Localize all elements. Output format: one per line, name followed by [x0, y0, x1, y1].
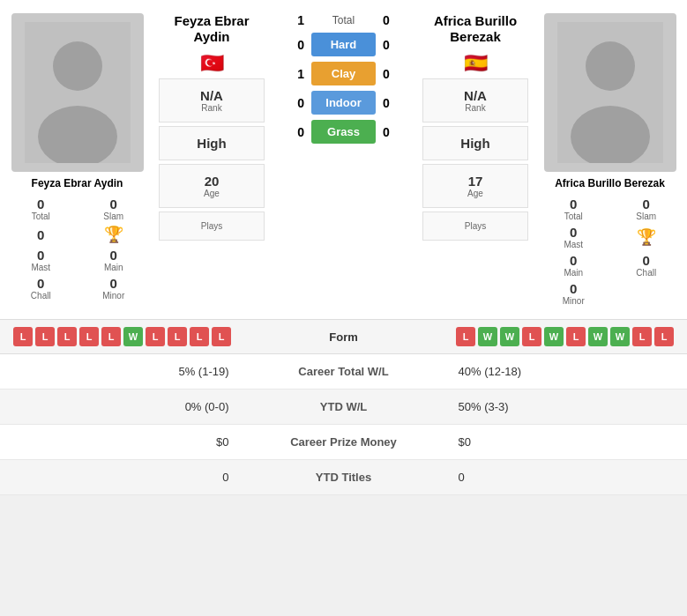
player2-minor-label: Minor	[563, 296, 585, 306]
ytd-wl-right: 50% (3-3)	[441, 400, 675, 413]
form-badge-p2: W	[478, 327, 497, 346]
ytd-wl-left: 0% (0-0)	[13, 400, 247, 413]
form-badge-p1: L	[190, 327, 209, 346]
player2-main-value: 0	[570, 253, 577, 268]
player1-minor-value: 0	[110, 276, 117, 291]
player1-slam-value: 0	[110, 197, 117, 212]
player2-age-block: 17 Age	[422, 164, 528, 208]
ytd-wl-label: YTD W/L	[247, 400, 441, 413]
player2-flag: 🇪🇸	[464, 52, 488, 75]
main-container: Feyza Ebrar Aydin 0 Total 0 Slam 0 🏆 0	[0, 0, 687, 495]
prize-row: $0 Career Prize Money $0	[0, 425, 687, 460]
clay-score-row: 1 Clay 0	[278, 62, 409, 85]
form-badge-p1: L	[79, 327, 99, 346]
total-score-right: 0	[383, 13, 409, 27]
prize-label: Career Prize Money	[247, 435, 441, 449]
player2-slam-label: Slam	[636, 212, 656, 221]
form-badge-p2: W	[500, 327, 519, 346]
form-badge-p1: L	[13, 327, 33, 346]
player2-mast-label: Mast	[564, 240, 583, 249]
grass-score-row: 0 Grass 0	[278, 120, 409, 144]
player1-plays-label: Plays	[164, 221, 259, 231]
player2-main2-cell: 0 Main	[541, 253, 606, 278]
player2-rank-value: N/A	[428, 88, 523, 103]
indoor-score-right: 0	[383, 96, 409, 110]
player1-main-label: Main	[104, 263, 123, 272]
form-badge-p1: L	[35, 327, 55, 346]
ytd-wl-row: 0% (0-0) YTD W/L 50% (3-3)	[0, 390, 687, 425]
player1-high-block: High	[159, 126, 265, 160]
player2-mast-cell: 0 Mast	[541, 225, 606, 249]
player1-total-label: Total	[32, 212, 50, 221]
grass-score-left: 0	[278, 125, 304, 139]
player1-chall-label: Chall	[31, 291, 51, 301]
total-label: Total	[311, 14, 376, 26]
career-wl-left: 5% (1-19)	[13, 365, 247, 378]
player1-age-label: Age	[164, 189, 259, 198]
player2-plays-block: Plays	[422, 212, 528, 241]
form-badge-p2: L	[456, 327, 475, 346]
player1-name: Feyza Ebrar Aydin	[32, 177, 123, 189]
player1-info-panel: Feyza Ebrar Aydin 🇹🇷 N/A Rank High 20 Ag…	[154, 9, 269, 310]
player2-trophy-icon: 🏆	[637, 227, 656, 247]
clay-score-right: 0	[383, 67, 409, 81]
form-badge-p1: L	[57, 327, 77, 346]
form-badge-p1: L	[146, 327, 165, 346]
player2-main-label: Main	[564, 268, 583, 278]
player1-avatar	[11, 13, 144, 172]
player2-chall-cell: 0 Chall	[615, 253, 679, 278]
player1-age-block: 20 Age	[159, 164, 265, 208]
ytd-titles-right: 0	[441, 471, 675, 484]
form-badge-p2: L	[566, 327, 586, 346]
player1-minor-cell: 0 Minor	[82, 276, 146, 301]
player2-name: Africa Burillo Berezak	[555, 177, 665, 189]
player2-rank-block: N/A Rank	[422, 78, 528, 122]
form-badge-p1: L	[168, 327, 187, 346]
player2-plays-label: Plays	[428, 221, 523, 231]
player2-total-label: Total	[564, 212, 583, 221]
player2-total-value: 0	[570, 197, 577, 212]
player2-total-cell: 0 Total	[541, 197, 606, 221]
grass-score-right: 0	[383, 125, 409, 139]
form-badge-p2: L	[522, 327, 541, 346]
player1-slam-label: Slam	[103, 212, 123, 221]
player1-slam-cell: 0 Slam	[82, 197, 146, 221]
player1-plays-block: Plays	[159, 212, 265, 241]
player2-chall-label: Chall	[636, 268, 656, 278]
player2-slam-value: 0	[643, 197, 650, 212]
player1-main-value: 0	[110, 248, 117, 263]
hard-surface-btn[interactable]: Hard	[311, 33, 376, 56]
player1-mast-cell: 0	[9, 225, 73, 244]
clay-surface-btn[interactable]: Clay	[311, 62, 376, 85]
career-wl-label: Career Total W/L	[247, 365, 441, 378]
match-section: Feyza Ebrar Aydin 0 Total 0 Slam 0 🏆 0	[0, 0, 687, 320]
form-badge-p2: W	[610, 327, 630, 346]
player2-high-value: High	[428, 136, 523, 151]
form-section: LLLLLWLLLL Form LWWLWLWWLL	[0, 320, 687, 354]
player1-rank-block: N/A Rank	[159, 78, 265, 122]
ytd-titles-label: YTD Titles	[247, 471, 441, 484]
player1-minor-label: Minor	[102, 291, 124, 301]
player1-trophy-icon: 🏆	[104, 225, 123, 244]
player1-main-cell: 0 Main	[82, 248, 146, 272]
stats-table: 5% (1-19) Career Total W/L 40% (12-18) 0…	[0, 354, 687, 495]
player2-high-block: High	[422, 126, 528, 160]
player1-trophy-icon-cell: 🏆	[82, 225, 146, 244]
player2-rank-label: Rank	[428, 103, 523, 113]
grass-surface-btn[interactable]: Grass	[311, 120, 376, 144]
player1-center-name: Feyza Ebrar Aydin	[174, 13, 249, 45]
svg-point-1	[53, 41, 102, 91]
indoor-surface-btn[interactable]: Indoor	[311, 91, 376, 115]
player1-rank-value: N/A	[164, 88, 259, 103]
player2-slam-cell: 0 Slam	[615, 197, 679, 221]
career-wl-right: 40% (12-18)	[441, 365, 675, 378]
player2-trophy-icon-cell: 🏆	[615, 225, 679, 249]
form-badge-p1: W	[123, 327, 143, 346]
player2-age-label: Age	[428, 189, 523, 198]
indoor-score-left: 0	[278, 96, 304, 110]
prize-left: $0	[13, 435, 247, 449]
hard-score-left: 0	[278, 38, 304, 52]
clay-score-left: 1	[278, 67, 304, 81]
form-badge-p2: W	[588, 327, 608, 346]
form-badge-p1: L	[101, 327, 121, 346]
